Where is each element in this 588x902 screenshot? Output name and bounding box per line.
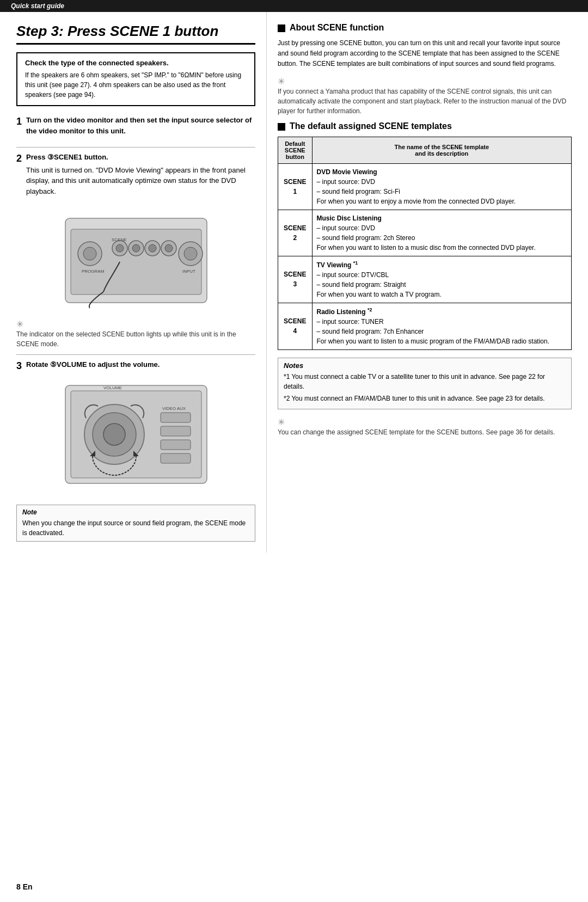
tip-yamaha-text: If you connect a Yamaha product that has… [278,87,572,116]
tip-step2-text: The indicator on the selected SCENE butt… [16,329,255,349]
tip-change-text: You can change the assigned SCENE templa… [278,427,572,437]
note-2: *2 You must connect an FM/AM/DAB tuner t… [284,394,566,403]
svg-rect-23 [161,413,191,422]
about-section-header: About SCENE function [278,23,572,33]
speaker-box-title: Check the type of the connected speakers… [25,59,247,67]
svg-text:SCENE: SCENE [112,237,127,242]
svg-text:VIDEO AUX: VIDEO AUX [162,406,186,411]
scene-2-title: Music Disc Listening [317,214,382,222]
svg-rect-25 [161,440,191,450]
step-title: Step 3: Press SCENE 1 button [16,23,255,45]
step-1: 1 Turn on the video monitor and then set… [16,115,255,139]
scene-3-title: TV Viewing *1 [317,261,358,269]
speaker-box-text: If the speakers are 6 ohm speakers, set … [25,70,247,100]
tip-change-icon: ✳ [278,417,572,427]
table-row: SCENE2 Music Disc Listening – input sour… [278,210,572,256]
right-column: About SCENE function Just by pressing on… [267,12,588,553]
device-svg-1: SCENE PROGRAM INPUT [60,207,212,314]
page-number: 8 En [16,882,33,891]
note-box-title: Note [22,508,249,516]
svg-text:INPUT: INPUT [182,269,195,274]
tip-yamaha: ✳ If you connect a Yamaha product that h… [278,76,572,116]
svg-point-9 [149,244,156,252]
default-section-title: The default assigned SCENE templates [290,121,452,131]
step-3-number: 3 [16,360,22,372]
step-3-substep: Rotate ⑤VOLUME to adjust the volume. [26,360,160,369]
svg-point-11 [165,244,173,252]
default-section-header: The default assigned SCENE templates [278,121,572,131]
svg-point-7 [132,244,140,252]
header-label: Quick start guide [11,2,64,10]
scene-3-detail-3: For when you want to watch a TV program. [317,290,567,299]
table-row: SCENE1 DVD Movie Viewing – input source:… [278,163,572,210]
scene-2-detail-2: – sound field program: 2ch Stereo [317,233,567,243]
default-section-square [278,123,285,131]
scene-4-detail-2: – sound field program: 7ch Enhancer [317,327,567,336]
scene-4-detail-3: For when you want to listen to a music p… [317,336,567,346]
tip-sun-icon: ✳ [16,319,255,329]
scene-2-detail-1: – input source: DVD [317,223,567,233]
step-2-text: This unit is turned on. "DVD Movie Viewi… [26,165,255,197]
about-section-square [278,24,285,32]
svg-point-3 [83,247,96,260]
speaker-box: Check the type of the connected speakers… [16,52,255,106]
scene-3-detail-2: – sound field program: Straight [317,280,567,290]
scene-2-num: SCENE2 [278,210,313,256]
note-1: *1 You must connect a cable TV or a sate… [284,372,566,391]
scene-1-detail-2: – sound field program: Sci-Fi [317,187,567,197]
step-1-number: 1 [16,116,22,127]
svg-rect-26 [161,453,191,463]
svg-rect-24 [161,426,191,436]
step-2: 2 Press ③SCENE1 button. This unit is tur… [16,152,255,200]
note-box-text: When you change the input source or soun… [22,518,249,538]
divider-2 [16,354,255,355]
svg-point-5 [116,244,124,252]
scene-4-num: SCENE4 [278,303,313,349]
table-col2-header: The name of the SCENE templateand its de… [312,137,571,163]
svg-text:PROGRAM: PROGRAM [82,269,105,274]
notes-box: Notes *1 You must connect a cable TV or … [278,358,572,409]
device-svg-2: VOLUME VIDEO AUX [60,380,212,497]
scene-3-desc: TV Viewing *1 – input source: DTV/CBL – … [312,256,571,303]
scene-2-detail-3: For when you want to listen to a music d… [317,243,567,253]
scene-1-num: SCENE1 [278,163,313,210]
scene-2-desc: Music Disc Listening – input source: DVD… [312,210,571,256]
step-3: 3 Rotate ⑤VOLUME to adjust the volume. [16,359,255,372]
table-row: SCENE3 TV Viewing *1 – input source: DTV… [278,256,572,303]
step-2-substep: Press ③SCENE1 button. [26,153,108,161]
tip-change: ✳ You can change the assigned SCENE temp… [278,417,572,437]
scene-table: DefaultSCENEbutton The name of the SCENE… [278,137,572,350]
svg-text:VOLUME: VOLUME [103,385,122,390]
scene-4-title: Radio Listening *2 [317,308,372,316]
scene-1-title: DVD Movie Viewing [317,168,377,176]
header-bar: Quick start guide [0,0,588,12]
svg-point-21 [103,424,125,445]
scene-1-detail-1: – input source: DVD [317,177,567,187]
step-2-number: 2 [16,153,22,164]
table-row: SCENE4 Radio Listening *2 – input source… [278,303,572,349]
scene-4-desc: Radio Listening *2 – input source: TUNER… [312,303,571,349]
scene-3-detail-1: – input source: DTV/CBL [317,270,567,280]
divider-1 [16,147,255,148]
scene-4-detail-1: – input source: TUNER [317,317,567,327]
device-image-1: SCENE PROGRAM INPUT [16,207,255,314]
scene-1-detail-3: For when you want to enjoy a movie from … [317,197,567,206]
about-section-text: Just by pressing one SCENE button, you c… [278,38,572,70]
about-section-title: About SCENE function [290,23,384,33]
svg-point-13 [184,247,197,260]
scene-3-num: SCENE3 [278,256,313,303]
notes-box-title: Notes [284,361,566,370]
tip-step2: ✳ The indicator on the selected SCENE bu… [16,319,255,349]
step-1-text: Turn on the video monitor and then set t… [26,116,252,135]
left-column: Step 3: Press SCENE 1 button Check the t… [0,12,267,553]
scene-1-desc: DVD Movie Viewing – input source: DVD – … [312,163,571,210]
note-box-left: Note When you change the input source or… [16,505,255,542]
tip-yamaha-icon: ✳ [278,76,572,87]
device-image-2: VOLUME VIDEO AUX [16,380,255,497]
table-col1-header: DefaultSCENEbutton [278,137,313,163]
